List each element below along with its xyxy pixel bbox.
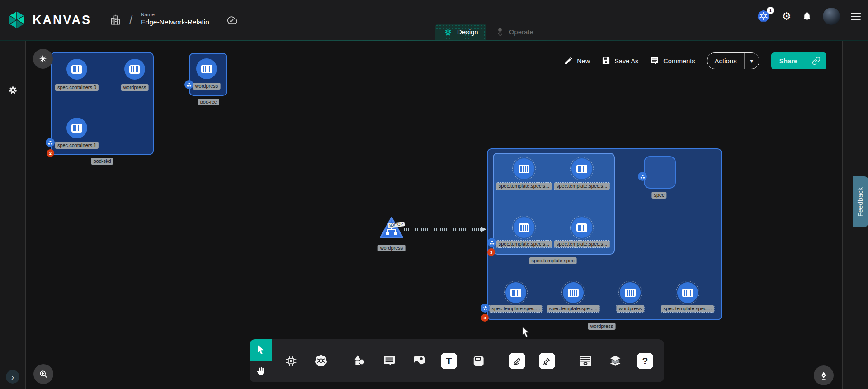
container-node[interactable] (66, 59, 87, 80)
tab-operate[interactable]: Operate (486, 24, 542, 40)
pod-kind-icon[interactable] (46, 138, 55, 147)
layers-icon (608, 354, 623, 368)
snowflake-icon (38, 54, 47, 63)
share-button-label: Share (771, 57, 806, 65)
node-label[interactable]: spec.template.spec.... (490, 305, 542, 312)
organization-icon[interactable] (109, 14, 121, 26)
comments-button[interactable]: Comments (650, 57, 695, 66)
service-node[interactable] (379, 216, 404, 240)
hamburger-menu-icon[interactable] (851, 13, 861, 20)
pan-tool-button[interactable] (250, 361, 272, 383)
container-node[interactable] (563, 282, 584, 303)
container-node[interactable] (124, 59, 145, 80)
pod-kind-icon[interactable] (184, 80, 193, 89)
k8s-context-switcher[interactable]: 1 (756, 9, 771, 24)
drawer-archive-icon (578, 354, 593, 368)
container-node[interactable] (505, 282, 526, 303)
text-tool-glyph: T (441, 353, 457, 369)
hand-icon (255, 366, 266, 377)
tab-design[interactable]: Design (435, 24, 486, 40)
meshery-swirl-icon[interactable] (8, 85, 18, 95)
magnifier-plus-icon (39, 370, 48, 379)
node-label[interactable]: spec.template.spec.s... (554, 183, 610, 190)
new-button[interactable]: New (564, 57, 590, 65)
container-node[interactable] (620, 282, 641, 303)
container-node[interactable] (571, 158, 592, 179)
tab-operate-label: Operate (509, 28, 533, 36)
operate-tab-icon (495, 27, 505, 37)
share-split-button[interactable]: Share (771, 52, 826, 69)
design-name-block: Name (141, 12, 214, 28)
user-avatar[interactable] (823, 8, 840, 25)
error-count-badge[interactable]: 3 (481, 314, 489, 322)
pod-kind-icon[interactable] (487, 238, 496, 247)
select-tool-button[interactable] (250, 339, 272, 361)
pencil-scribble-tool-button[interactable] (538, 352, 556, 370)
container-node[interactable] (677, 282, 698, 303)
design-tab-icon (443, 28, 453, 37)
group-label[interactable]: pod-rcc (198, 99, 219, 105)
node-label[interactable]: wordpress (121, 84, 149, 91)
comments-button-label: Comments (663, 57, 695, 65)
node-label[interactable]: spec.template.spec.... (661, 305, 714, 312)
container-node[interactable] (196, 58, 217, 79)
edge-service-to-deployment[interactable] (404, 228, 482, 231)
group-label[interactable]: pod-skd (91, 158, 113, 165)
container-node[interactable] (66, 118, 87, 138)
error-count-badge[interactable]: 2 (47, 149, 54, 157)
node-label[interactable]: spec.template.spec.s... (496, 183, 552, 190)
node-label[interactable]: spec.template.spec.s... (554, 241, 610, 247)
feedback-tab[interactable]: Feedback (853, 176, 868, 227)
node-label[interactable]: spec.template.spec.... (547, 305, 600, 312)
error-count-badge[interactable]: 3 (487, 248, 495, 256)
group-spec-template-spec[interactable] (493, 153, 615, 255)
node-label[interactable]: spec.template.spec.s... (496, 241, 552, 247)
notifications-bell-icon[interactable] (802, 11, 812, 22)
app-title: KANVAS (33, 13, 91, 27)
layers-tool-button[interactable] (606, 352, 624, 370)
mouse-cursor (521, 327, 531, 338)
pencil-scribble-icon (539, 353, 555, 369)
node-label[interactable]: spec (651, 192, 666, 199)
freehand-pen-button[interactable] (814, 365, 834, 385)
pencil-new-icon (564, 57, 573, 65)
node-label[interactable]: spec.containers.1 (55, 142, 99, 149)
drawer-tool-button[interactable] (576, 352, 594, 370)
zoom-search-button[interactable] (33, 364, 53, 384)
actions-caret-icon[interactable]: ▾ (745, 58, 759, 64)
help-tool-button[interactable]: ? (636, 352, 654, 370)
components-tool-button[interactable] (282, 352, 300, 370)
container-node[interactable] (514, 158, 534, 179)
group-label[interactable]: wordpress (588, 323, 616, 330)
save-as-button[interactable]: Save As (602, 57, 638, 65)
pod-kind-icon[interactable] (638, 172, 647, 181)
chip-icon (284, 354, 298, 368)
deployment-kind-icon[interactable] (481, 304, 490, 313)
pen-tool-button[interactable] (508, 352, 526, 370)
group-label[interactable]: spec.template.spec (529, 257, 577, 264)
image-tool-button[interactable] (410, 352, 428, 370)
copy-link-icon[interactable] (806, 57, 826, 65)
container-node[interactable] (571, 217, 592, 238)
shapes-tool-button[interactable] (350, 352, 368, 370)
kubernetes-tool-button[interactable] (312, 352, 330, 370)
node-label[interactable]: wordpress (378, 245, 406, 251)
container-icon (519, 223, 529, 232)
comment-tool-button[interactable] (380, 352, 398, 370)
text-tool-button[interactable]: T (440, 352, 458, 370)
actions-split-button[interactable]: Actions ▾ (707, 52, 759, 69)
node-label[interactable]: wordpress (193, 83, 221, 90)
container-icon (625, 289, 636, 297)
node-label[interactable]: spec.containers.0 (55, 84, 99, 91)
design-action-bar: New Save As Comments Actions ▾ Share (564, 52, 826, 69)
container-node[interactable] (514, 217, 534, 238)
expand-left-panel-button[interactable]: › (6, 370, 19, 384)
component-tools-group (272, 339, 340, 382)
kanvas-logo-icon[interactable] (7, 10, 26, 30)
note-tool-button[interactable] (470, 352, 488, 370)
node-spec[interactable] (644, 156, 676, 189)
canvas-snap-button[interactable] (33, 49, 53, 69)
design-name-input[interactable] (141, 18, 214, 28)
node-label[interactable]: wordpress (617, 305, 644, 312)
kubernetes-helm-icon (314, 354, 328, 368)
